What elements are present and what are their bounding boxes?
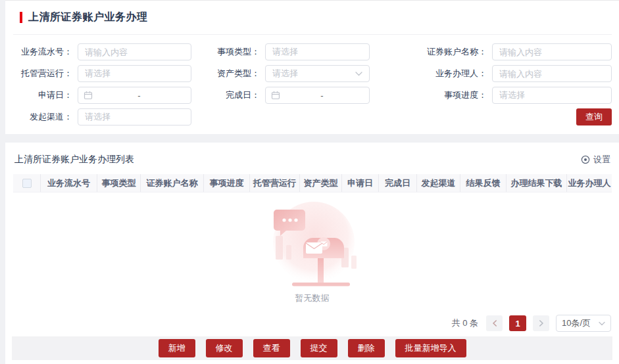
- view-button[interactable]: 查看: [253, 339, 290, 357]
- pagination-next-button[interactable]: [533, 315, 549, 331]
- empty-state: 暂无数据: [5, 193, 619, 310]
- select-all-cell: [13, 174, 41, 192]
- list-panel: 上清所证券账户业务办理列表 设置 业务流水号事项类型证券账户名称事项进度托管营运…: [5, 143, 619, 364]
- securities-account-name-field: 证券账户名称：: [372, 43, 612, 60]
- business-serial-no-input-wrap: [78, 43, 191, 60]
- column-header: 证券账户名称: [141, 174, 204, 192]
- table: 业务流水号事项类型证券账户名称事项进度托管营运行资产类型申请日完成日发起渠道结果…: [5, 174, 619, 193]
- finish-date-field: 完成日：-: [197, 87, 372, 104]
- initiate-channel-label: 发起渠道：: [13, 111, 78, 123]
- securities-account-name-input-wrap: [492, 43, 612, 60]
- column-header: 完成日: [379, 174, 417, 192]
- table-header-row: 业务流水号事项类型证券账户名称事项进度托管营运行资产类型申请日完成日发起渠道结果…: [13, 174, 612, 193]
- column-header: 托管营运行: [250, 174, 300, 192]
- empty-mailbox-illustration: [261, 199, 364, 291]
- asset-type-label: 资产类型：: [197, 68, 265, 80]
- business-handler-input-wrap: [492, 65, 612, 82]
- asset-type-field: 资产类型：请选择: [197, 65, 372, 82]
- chevron-down-icon: [599, 321, 605, 326]
- list-header: 上清所证券账户业务办理列表 设置: [5, 143, 619, 174]
- pagination-total: 共 0 条: [452, 317, 478, 329]
- batch-import-button[interactable]: 批量新增导入: [395, 339, 466, 357]
- asset-type-select[interactable]: 请选择: [265, 65, 370, 82]
- column-header: 事项进度: [204, 174, 250, 192]
- column-header: 事项类型: [97, 174, 141, 192]
- gear-icon: [581, 155, 590, 164]
- page-title: 上清所证券账户业务办理: [28, 11, 148, 24]
- securities-account-name-input[interactable]: [499, 47, 605, 57]
- calendar-icon: [271, 91, 280, 100]
- column-header: 发起渠道: [417, 174, 460, 192]
- empty-text: 暂无数据: [295, 292, 330, 304]
- finish-date-daterange[interactable]: -: [265, 87, 370, 104]
- securities-account-name-label: 证券账户名称：: [372, 46, 492, 58]
- list-title: 上清所证券账户业务办理列表: [14, 154, 134, 166]
- item-progress-select[interactable]: 请选择: [492, 87, 612, 104]
- initiate-channel-field: 发起渠道：请选择: [13, 108, 197, 125]
- column-header: 结果反馈: [460, 174, 507, 192]
- panel-gap: [0, 134, 619, 143]
- item-progress-placeholder: 请选择: [499, 89, 525, 101]
- search-form-panel: 上清所证券账户业务办理 业务流水号：事项类型：请选择证券账户名称：托管营运行：请…: [5, 0, 619, 134]
- action-button-bar: 新增修改查看提交删除批量新增导入: [12, 336, 612, 360]
- initiate-channel-select[interactable]: 请选择: [78, 108, 191, 125]
- finish-date-separator: -: [280, 91, 364, 101]
- add-button[interactable]: 新增: [159, 339, 195, 357]
- custody-operation-bank-field: 托管营运行：请选择: [13, 65, 197, 82]
- chevron-down-icon: [355, 72, 362, 76]
- chevron-left-icon: [492, 320, 497, 327]
- business-serial-no-field: 业务流水号：: [13, 43, 197, 60]
- page-header: 上清所证券账户业务办理: [13, 1, 612, 35]
- column-header: 业务办理人: [567, 174, 612, 192]
- column-header: 资产类型: [300, 174, 342, 192]
- settings-button[interactable]: 设置: [581, 154, 610, 166]
- business-handler-label: 业务办理人：: [372, 68, 492, 80]
- initiate-channel-placeholder: 请选择: [85, 111, 111, 123]
- page-size-select[interactable]: 10条/页: [556, 315, 611, 332]
- title-accent-bar: [20, 12, 22, 23]
- item-progress-label: 事项进度：: [372, 89, 492, 101]
- column-header: 业务流水号: [41, 174, 97, 192]
- custody-operation-bank-placeholder: 请选择: [85, 68, 111, 80]
- item-type-select[interactable]: 请选择: [265, 43, 370, 60]
- delete-button[interactable]: 删除: [348, 339, 385, 357]
- calendar-icon: [84, 91, 93, 100]
- column-header: 办理结果下载: [507, 174, 567, 192]
- column-header: 申请日: [342, 174, 379, 192]
- select-all-checkbox[interactable]: [22, 179, 32, 188]
- form-spacer: [197, 108, 372, 125]
- chevron-right-icon: [539, 320, 544, 327]
- custody-operation-bank-label: 托管营运行：: [13, 68, 78, 80]
- asset-type-placeholder: 请选择: [272, 68, 298, 80]
- item-type-placeholder: 请选择: [272, 46, 298, 58]
- business-serial-no-label: 业务流水号：: [13, 46, 78, 58]
- custody-operation-bank-select[interactable]: 请选择: [78, 65, 191, 82]
- search-button-cell: 查询: [372, 108, 612, 125]
- item-type-label: 事项类型：: [197, 46, 265, 58]
- search-form: 业务流水号：事项类型：请选择证券账户名称：托管营运行：请选择资产类型：请选择业务…: [13, 35, 612, 125]
- pagination-prev-button[interactable]: [486, 315, 503, 331]
- finish-date-label: 完成日：: [197, 89, 265, 101]
- modify-button[interactable]: 修改: [206, 339, 243, 357]
- business-serial-no-input[interactable]: [85, 47, 184, 57]
- pagination-page-1[interactable]: 1: [509, 315, 526, 331]
- submit-button[interactable]: 提交: [301, 339, 337, 357]
- apply-date-label: 申请日：: [13, 89, 78, 101]
- item-progress-field: 事项进度：请选择: [372, 87, 612, 104]
- item-type-field: 事项类型：请选择: [197, 43, 372, 60]
- page-size-value: 10条/页: [562, 317, 591, 329]
- apply-date-daterange[interactable]: -: [78, 87, 191, 104]
- business-handler-input[interactable]: [499, 69, 605, 79]
- apply-date-separator: -: [93, 91, 186, 101]
- pagination: 共 0 条 1 10条/页: [5, 310, 619, 336]
- apply-date-field: 申请日：-: [13, 87, 197, 104]
- search-button[interactable]: 查询: [576, 108, 612, 125]
- business-handler-field: 业务办理人：: [372, 65, 612, 82]
- settings-label: 设置: [593, 154, 610, 166]
